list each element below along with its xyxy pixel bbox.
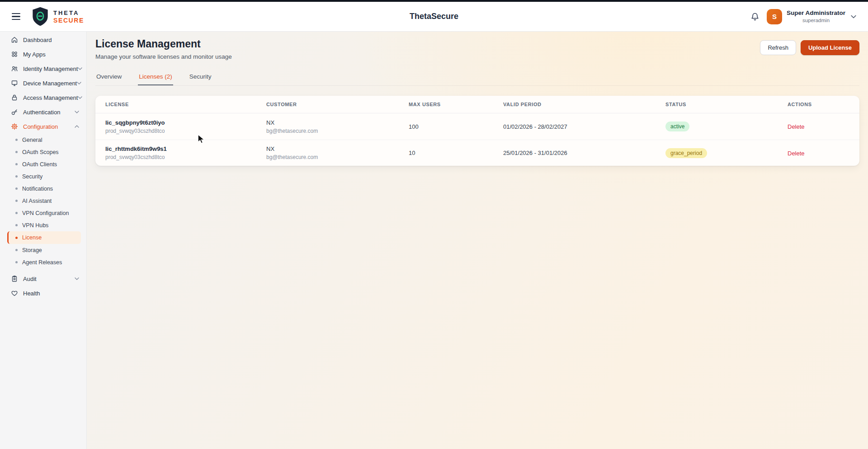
- sidebar-item-label: Access Management: [23, 94, 78, 101]
- sidebar-item-access-management[interactable]: Access Management: [0, 90, 86, 105]
- sidebar-subitem-vpn-configuration[interactable]: VPN Configuration: [0, 207, 86, 219]
- sidebar-subitem-label: General: [22, 137, 42, 143]
- shield-logo-icon: [31, 6, 49, 27]
- bullet-icon: [15, 261, 18, 263]
- page-actions: Refresh Upload License: [760, 40, 859, 55]
- logo-line2: SECURE: [53, 17, 84, 23]
- sidebar-item-dashboard[interactable]: Dashboard: [0, 33, 86, 47]
- upload-license-button[interactable]: Upload License: [801, 40, 859, 55]
- user-role: superadmin: [802, 18, 830, 23]
- sidebar-subitem-oauth-scopes[interactable]: OAuth Scopes: [0, 146, 86, 158]
- sidebar-subitem-notifications[interactable]: Notifications: [0, 182, 86, 195]
- sidebar-item-authentication[interactable]: Authentication: [0, 105, 86, 119]
- customer-name: NX: [266, 119, 409, 126]
- table-row: lic_rhttmdk6itm9w9s1 prod_svwqy03cszhd8t…: [95, 140, 859, 166]
- sidebar-item-my-apps[interactable]: My Apps: [0, 47, 86, 61]
- sidebar-subitem-vpn-hubs[interactable]: VPN Hubs: [0, 219, 86, 231]
- sidebar-item-device-management[interactable]: Device Management: [0, 76, 86, 90]
- sidebar-item-label: My Apps: [23, 51, 79, 58]
- chevron-down-icon: [75, 111, 79, 113]
- monitor-icon: [11, 80, 18, 87]
- logo-line1: THETA: [53, 10, 84, 16]
- bullet-icon: [15, 212, 18, 214]
- sidebar-item-health[interactable]: Health: [0, 286, 86, 300]
- sidebar-subitem-license[interactable]: License: [7, 231, 81, 244]
- license-id: lic_rhttmdk6itm9w9s1: [105, 145, 266, 152]
- tab-security[interactable]: Security: [189, 71, 212, 85]
- sidebar-subitem-label: Storage: [22, 247, 42, 253]
- actions-cell: Delete: [788, 149, 859, 157]
- sidebar: Dashboard My Apps Identity Management De…: [0, 32, 87, 449]
- column-header-status: STATUS: [665, 102, 788, 107]
- page-title: License Management: [95, 38, 232, 50]
- notifications-bell-icon[interactable]: [750, 12, 760, 21]
- column-header-license: LICENSE: [105, 102, 266, 107]
- tab-overview[interactable]: Overview: [95, 71, 123, 85]
- tab-licenses[interactable]: Licenses (2): [138, 71, 173, 85]
- bullet-icon: [15, 249, 18, 251]
- sidebar-subitem-oauth-clients[interactable]: OAuth Clients: [0, 158, 86, 170]
- user-meta: Super Administrator superadmin: [787, 9, 845, 23]
- chevron-down-icon: [77, 82, 81, 84]
- table-row: lic_sqgbpny9t6zt0iyo prod_svwqy03cszhd8t…: [95, 113, 859, 140]
- user-profile-menu[interactable]: S Super Administrator superadmin: [767, 9, 856, 24]
- bullet-icon: [15, 237, 18, 239]
- sidebar-subitem-label: Security: [22, 173, 42, 180]
- sidebar-item-label: Configuration: [23, 123, 75, 130]
- key-icon: [11, 108, 18, 116]
- sidebar-subitem-security[interactable]: Security: [0, 170, 86, 182]
- app-title: ThetaSecure: [410, 12, 458, 21]
- page-head: License Management Manage your software …: [95, 38, 859, 61]
- sidebar-subitem-label: Notifications: [22, 186, 53, 192]
- sidebar-subitem-label: License: [22, 234, 42, 241]
- sidebar-item-label: Audit: [23, 276, 75, 282]
- user-name: Super Administrator: [787, 9, 845, 17]
- sidebar-subitem-label: OAuth Clients: [22, 161, 57, 168]
- tab-bar: Overview Licenses (2) Security: [95, 71, 859, 86]
- customer-email: bg@thetasecure.com: [266, 128, 409, 134]
- page-subtitle: Manage your software licenses and monito…: [95, 53, 232, 61]
- sidebar-subitem-ai-assistant[interactable]: AI Assistant: [0, 195, 86, 207]
- status-cell: active: [665, 122, 788, 131]
- column-header-valid-period: VALID PERIOD: [503, 102, 665, 107]
- sidebar-subitem-label: VPN Hubs: [22, 222, 48, 229]
- page-head-left: License Management Manage your software …: [95, 38, 232, 61]
- chevron-down-icon: [78, 96, 82, 99]
- logo-wordmark: THETA SECURE: [53, 10, 84, 23]
- max-users-cell: 10: [409, 150, 503, 156]
- clipboard-icon: [11, 275, 18, 282]
- sidebar-subitem-agent-releases[interactable]: Agent Releases: [0, 256, 86, 268]
- sidebar-item-label: Health: [23, 290, 79, 297]
- license-cell: lic_sqgbpny9t6zt0iyo prod_svwqy03cszhd8t…: [105, 119, 266, 134]
- chevron-down-icon: [75, 277, 79, 280]
- valid-period-cell: 25/01/2026 - 31/01/2026: [503, 150, 665, 156]
- sidebar-subitem-general[interactable]: General: [0, 134, 86, 146]
- max-users-cell: 100: [409, 123, 503, 130]
- bullet-icon: [15, 200, 18, 202]
- sidebar-item-configuration[interactable]: Configuration: [0, 119, 86, 134]
- chevron-down-icon: [78, 67, 82, 70]
- delete-button[interactable]: Delete: [788, 150, 805, 157]
- app-logo[interactable]: THETA SECURE: [31, 6, 84, 27]
- hamburger-menu-icon[interactable]: [12, 13, 20, 20]
- sidebar-item-label: Dashboard: [23, 37, 79, 43]
- license-id: lic_sqgbpny9t6zt0iyo: [105, 119, 266, 126]
- bullet-icon: [15, 187, 18, 190]
- chevron-up-icon: [75, 125, 79, 128]
- sidebar-subitem-label: VPN Configuration: [22, 210, 69, 216]
- status-badge: active: [665, 122, 689, 131]
- status-badge: grace_period: [665, 148, 707, 158]
- sidebar-item-identity-management[interactable]: Identity Management: [0, 61, 86, 76]
- sidebar-item-audit[interactable]: Audit: [0, 271, 86, 286]
- licenses-table-card: LICENSE CUSTOMER MAX USERS VALID PERIOD …: [95, 96, 859, 166]
- home-icon: [11, 36, 18, 43]
- customer-cell: NX bg@thetasecure.com: [266, 119, 409, 134]
- actions-cell: Delete: [788, 122, 859, 131]
- refresh-button[interactable]: Refresh: [760, 40, 796, 55]
- apps-grid-icon: [11, 51, 18, 58]
- lock-icon: [11, 94, 18, 101]
- delete-button[interactable]: Delete: [788, 123, 805, 130]
- sidebar-subitem-storage[interactable]: Storage: [0, 244, 86, 256]
- app-header: THETA SECURE ThetaSecure S Super Adminis…: [0, 2, 868, 32]
- gear-icon: [11, 123, 18, 130]
